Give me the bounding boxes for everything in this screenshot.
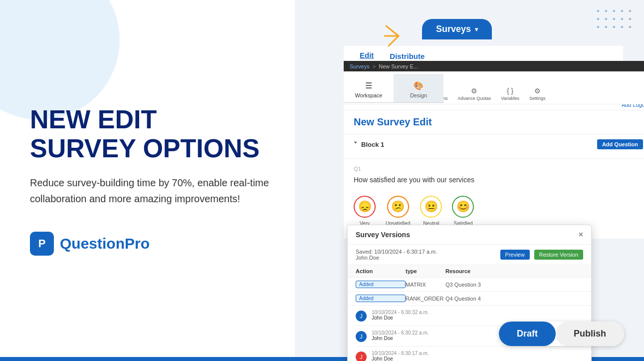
design-tab[interactable]: 🎨 Design bbox=[394, 74, 443, 102]
question-text: How satisfied are you with our services bbox=[354, 176, 643, 184]
advance-quotas-btn[interactable]: ⚙ Advance Quotas bbox=[458, 87, 491, 101]
variables-label: Variables bbox=[501, 96, 519, 101]
surveys-caret: ▾ bbox=[475, 26, 478, 33]
version-user-2: John Doe bbox=[372, 336, 429, 341]
right-section: Surveys ▾ Edit Distribute Surveys > New … bbox=[295, 0, 644, 361]
versions-table-header: Action type Resource bbox=[348, 265, 591, 278]
breadcrumb-bar: Surveys > New Survey E... bbox=[344, 61, 644, 72]
workspace-tab[interactable]: ☰ Workspace bbox=[344, 74, 394, 102]
orange-rays bbox=[384, 21, 414, 51]
deco-circle bbox=[0, 0, 120, 120]
breadcrumb-current: New Survey E... bbox=[379, 63, 418, 69]
design-icon: 🎨 bbox=[398, 81, 439, 90]
advance-quotas-label: Advance Quotas bbox=[458, 96, 491, 101]
question-label: Q1 bbox=[354, 166, 643, 172]
version-info-1: 10/10/2024 - 6:30:32 a.m. John Doe bbox=[372, 310, 429, 321]
logo-area: P QuestionPro bbox=[30, 232, 279, 256]
table-row: Added MATRIX Q3 Question 3 bbox=[348, 278, 591, 292]
badge-added-2: Added bbox=[356, 295, 406, 302]
block-header: ˅ Block 1 Add Question bbox=[354, 139, 643, 149]
block-collapse-icon[interactable]: ˅ bbox=[354, 141, 357, 148]
workspace-icon: ☰ bbox=[348, 81, 390, 90]
publish-btn[interactable]: Publish bbox=[556, 322, 624, 346]
list-item: J 10/10/2024 - 6:30:17 a.m. John Doe bbox=[356, 347, 583, 361]
avatar-2: J bbox=[356, 331, 367, 342]
versions-saved-info: Saved: 10/10/2024 - 6:30:17 a.m. John Do… bbox=[356, 249, 437, 261]
emoji-satisfied: 😊 Satisfied bbox=[452, 196, 474, 226]
versions-title: Survey Versions bbox=[356, 231, 410, 239]
emoji-face-1: 😞 bbox=[354, 196, 376, 218]
version-user-3: John Doe bbox=[372, 356, 429, 361]
type-1: MATRIX bbox=[406, 282, 445, 288]
emoji-face-3: 😐 bbox=[420, 196, 442, 218]
version-time-3: 10/10/2024 - 6:30:17 a.m. bbox=[372, 351, 429, 356]
resource-1: Q3 Question 3 bbox=[445, 282, 583, 288]
table-row: Added RANK_ORDER Q4 Question 4 bbox=[348, 292, 591, 306]
left-section: NEW EDIT SURVEY OPTIONS Reduce survey-bu… bbox=[0, 0, 309, 361]
draft-publish-bar: Draft Publish bbox=[499, 322, 624, 346]
survey-title: New Survey Edit bbox=[354, 116, 643, 128]
versions-saved-text: Saved: 10/10/2024 - 6:30:17 a.m. bbox=[356, 249, 437, 255]
headline: NEW EDIT SURVEY OPTIONS bbox=[30, 105, 279, 162]
variables-btn[interactable]: { } Variables bbox=[501, 87, 519, 101]
col-action: Action bbox=[356, 268, 406, 274]
versions-action-btns: Preview Restore Version bbox=[500, 250, 583, 260]
main-content: Add Logo New Survey Edit ˅ Block 1 Add Q… bbox=[344, 100, 644, 239]
add-question-btn[interactable]: Add Question bbox=[597, 139, 643, 149]
logo-pro: Pro bbox=[125, 235, 150, 252]
logo-question: Question bbox=[60, 235, 125, 252]
type-2: RANK_ORDER bbox=[406, 296, 445, 302]
settings-icon: ⚙ bbox=[534, 87, 541, 95]
variables-icon: { } bbox=[507, 87, 513, 95]
breadcrumb-surveys[interactable]: Surveys bbox=[350, 63, 370, 69]
headline-line2: SURVEY OPTIONS bbox=[30, 134, 259, 163]
svg-line-0 bbox=[386, 26, 399, 36]
emoji-very-dissatisfied: 😞 Very bbox=[354, 196, 376, 226]
block-area: ˅ Block 1 Add Question bbox=[344, 134, 644, 159]
logo-text: QuestionPro bbox=[60, 235, 150, 252]
dot-grid bbox=[597, 10, 634, 31]
workspace-design-tabs: ☰ Workspace 🎨 Design bbox=[344, 74, 443, 103]
version-info-2: 10/10/2024 - 6:30:22 a.m. John Doe bbox=[372, 330, 429, 341]
version-time-2: 10/10/2024 - 6:30:22 a.m. bbox=[372, 330, 429, 336]
emoji-face-4: 😊 bbox=[452, 196, 474, 218]
versions-info: Saved: 10/10/2024 - 6:30:17 a.m. John Do… bbox=[348, 245, 591, 265]
versions-close-btn[interactable]: × bbox=[579, 230, 583, 239]
settings-label: Settings bbox=[529, 96, 546, 101]
block-label: Block 1 bbox=[361, 141, 384, 148]
breadcrumb-sep: > bbox=[373, 63, 376, 69]
surveys-tab[interactable]: Surveys ▾ bbox=[422, 19, 492, 39]
col-resource: Resource bbox=[445, 268, 583, 274]
emoji-face-2: 😕 bbox=[387, 196, 409, 218]
version-user-1: John Doe bbox=[372, 315, 429, 321]
avatar-1: J bbox=[356, 311, 367, 322]
preview-btn[interactable]: Preview bbox=[500, 250, 530, 260]
logo-icon: P bbox=[30, 232, 54, 256]
surveys-tab-label: Surveys bbox=[436, 24, 471, 34]
version-info-3: 10/10/2024 - 6:30:17 a.m. John Doe bbox=[372, 351, 429, 361]
resource-2: Q4 Question 4 bbox=[445, 296, 583, 302]
versions-header: Survey Versions × bbox=[348, 225, 591, 245]
emoji-neutral: 😐 Neutral bbox=[420, 196, 442, 226]
workspace-label: Workspace bbox=[355, 92, 383, 98]
design-label: Design bbox=[410, 92, 427, 98]
badge-added-1: Added bbox=[356, 281, 406, 288]
advance-quotas-icon: ⚙ bbox=[471, 87, 477, 95]
settings-btn[interactable]: ⚙ Settings bbox=[529, 87, 546, 101]
versions-saved-user: John Doe bbox=[356, 255, 379, 261]
svg-line-2 bbox=[389, 36, 399, 46]
subtext: Reduce survey-building time by 70%, enab… bbox=[30, 175, 269, 207]
col-type: type bbox=[406, 268, 445, 274]
restore-btn[interactable]: Restore Version bbox=[534, 250, 583, 260]
headline-line1: NEW EDIT bbox=[30, 105, 157, 134]
avatar-3: J bbox=[356, 352, 367, 361]
emoji-dissatisfied: 😕 Unsatisfied bbox=[386, 196, 410, 226]
version-time-1: 10/10/2024 - 6:30:32 a.m. bbox=[372, 310, 429, 315]
draft-btn[interactable]: Draft bbox=[499, 322, 556, 346]
left-content: NEW EDIT SURVEY OPTIONS Reduce survey-bu… bbox=[30, 105, 279, 255]
survey-title-area: New Survey Edit bbox=[344, 110, 644, 134]
